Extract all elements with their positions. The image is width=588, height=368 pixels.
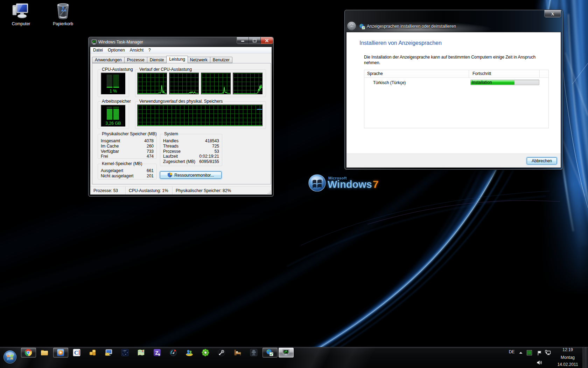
blue-c-icon[interactable]: C (72, 348, 81, 357)
action-center-flag-icon[interactable] (537, 350, 542, 356)
cpu-meter-icon[interactable] (527, 350, 532, 355)
back-button[interactable] (347, 22, 356, 30)
desktop-icon-recycle-bin[interactable]: Papierkorb (47, 2, 79, 26)
media-red-dot-icon[interactable] (169, 348, 177, 357)
stat-label: Verfügbar (101, 149, 119, 154)
cpu-history-graph-1 (137, 73, 167, 95)
tab-leistung[interactable]: Leistung (166, 56, 188, 63)
z-letter-icon[interactable]: Z (153, 348, 161, 357)
show-desktop-button[interactable] (583, 347, 588, 368)
resource-monitor-label: Ressourcenmonitor... (174, 173, 214, 178)
dialog-title: Anzeigesprachen installieren oder deinst… (367, 24, 456, 29)
task-manager-titlebar[interactable]: Windows Task-Manager (89, 37, 273, 47)
status-cell-2: Physikalischer Speicher: 82% (173, 187, 272, 195)
taskbar-clock[interactable]: 12:19 Montag 14.02.2011 (555, 348, 580, 367)
stat-value: 260 (147, 144, 154, 149)
network-icon[interactable] (545, 350, 551, 355)
progress-label: Installation (472, 80, 492, 85)
dialog-close-button[interactable]: x (545, 10, 561, 17)
group-label: Arbeitsspeicher (101, 99, 132, 104)
folder-icon[interactable] (40, 348, 49, 357)
tab-strip: AnwendungenProzesseDiensteLeistungNetzwe… (92, 56, 232, 63)
taskbar: C (0, 347, 588, 368)
bed-icon[interactable] (233, 348, 242, 357)
stat-value: 661 (147, 168, 154, 173)
hidden-icons-chevron[interactable] (518, 351, 523, 354)
desktop-icon-computer[interactable]: Computer (5, 3, 37, 26)
media-player-icon[interactable] (56, 348, 65, 357)
start-button[interactable] (3, 350, 17, 364)
stat-row: Prozesse53 (163, 149, 219, 154)
menu-item-2[interactable]: Ansicht (127, 47, 146, 54)
cancel-button[interactable]: Abbrechen (527, 157, 557, 164)
computer-icon (12, 3, 30, 20)
svg-text:C: C (74, 349, 78, 356)
stat-row: Ausgelagert661 (101, 168, 154, 173)
stat-value: 733 (147, 149, 154, 154)
stat-value: 53 (215, 149, 219, 154)
column-header-sprache[interactable]: Sprache (364, 70, 469, 77)
menu-item-3[interactable]: ? (146, 47, 153, 54)
cpu-usage-value: 1 % (101, 89, 125, 94)
maximize-button[interactable] (249, 37, 261, 44)
menu-item-1[interactable]: Optionen (105, 47, 127, 54)
menu-bar: DateiOptionenAnsicht? (90, 47, 272, 54)
steam-icon[interactable] (217, 348, 226, 357)
cpu-history-graph-2 (169, 73, 199, 95)
dialog-content: Installieren von Anzeigesprachen Die Ins… (346, 32, 561, 168)
dark-figure-icon[interactable] (250, 348, 258, 357)
group-label: System (163, 132, 179, 136)
dialog-body-text: Die Installation der Anzeigesprache kann… (364, 55, 541, 66)
icq-flower-icon[interactable] (201, 348, 210, 357)
group-label: CPU-Auslastung (101, 67, 134, 72)
performance-tab-page: CPU-Auslastung 1 % Verlauf der CPU-Ausla… (92, 63, 271, 184)
group-label: Verlauf der CPU-Auslastung (138, 67, 193, 72)
tab-dienste[interactable]: Dienste (147, 57, 167, 63)
display-language-icon (359, 23, 365, 29)
language-table: Sprache Fortschritt Türkisch (Türkçe) In… (364, 70, 549, 128)
uac-shield-icon (167, 172, 173, 178)
cpu-usage-gauge: 1 % (101, 73, 126, 95)
tab-anwendungen[interactable]: Anwendungen (92, 57, 125, 63)
group-label: Verwendungsverlauf des physikal. Speiche… (138, 99, 224, 104)
close-icon (265, 39, 269, 42)
tab-prozesse[interactable]: Prozesse (125, 57, 147, 63)
tab-netzwerk[interactable]: Netzwerk (188, 57, 210, 63)
clock-time: 12:19 (555, 348, 580, 352)
close-icon: x (551, 12, 554, 16)
starry-night-icon[interactable] (121, 348, 129, 357)
gold-puzzle-icon[interactable] (89, 348, 97, 357)
map-icon[interactable] (137, 348, 145, 357)
stat-value: 4078 (144, 138, 154, 144)
remote-desktop-icon[interactable] (105, 348, 113, 357)
windows-flag-badge-icon (308, 174, 326, 192)
memory-history-graph (137, 104, 263, 127)
close-button[interactable] (261, 37, 273, 44)
recycle-bin-icon (55, 2, 71, 20)
cpu-history-graph-4 (233, 73, 263, 95)
language-indicator[interactable]: DE (507, 349, 516, 354)
chrome-icon[interactable] (24, 348, 33, 357)
stat-label: Ausgelagert (101, 168, 123, 173)
task-manager-window: Windows Task-Manager DateiOptionenAnsich… (88, 37, 274, 197)
table-row[interactable]: Türkisch (Türkçe) Installation (364, 78, 548, 87)
desktop-icon-label: Computer (5, 21, 37, 26)
kernel-memory-group: Kernel-Speicher (MB) Ausgelagert661Nicht… (98, 164, 157, 179)
cancel-label: Abbrechen (532, 158, 552, 163)
minimize-button[interactable] (237, 37, 249, 44)
desktop-icon-label: Papierkorb (47, 21, 79, 26)
stat-row: Im Cache260 (101, 144, 154, 149)
table-header: Sprache Fortschritt (364, 70, 548, 78)
volume-icon[interactable] (537, 360, 542, 365)
language-install-icon[interactable] (266, 348, 274, 357)
stat-label: Laufzeit (163, 154, 178, 159)
column-header-fortschritt[interactable]: Fortschritt (469, 70, 540, 77)
svg-text:Z: Z (155, 350, 158, 356)
messenger-people-icon[interactable] (185, 348, 194, 357)
task-manager-icon[interactable] (282, 348, 290, 357)
dialog-heading: Installieren von Anzeigesprachen (359, 40, 442, 46)
resource-monitor-button[interactable]: Ressourcenmonitor... (160, 171, 222, 179)
clock-day: Montag (555, 355, 580, 360)
tab-benutzer[interactable]: Benutzer (210, 57, 232, 63)
menu-item-0[interactable]: Datei (91, 47, 105, 54)
